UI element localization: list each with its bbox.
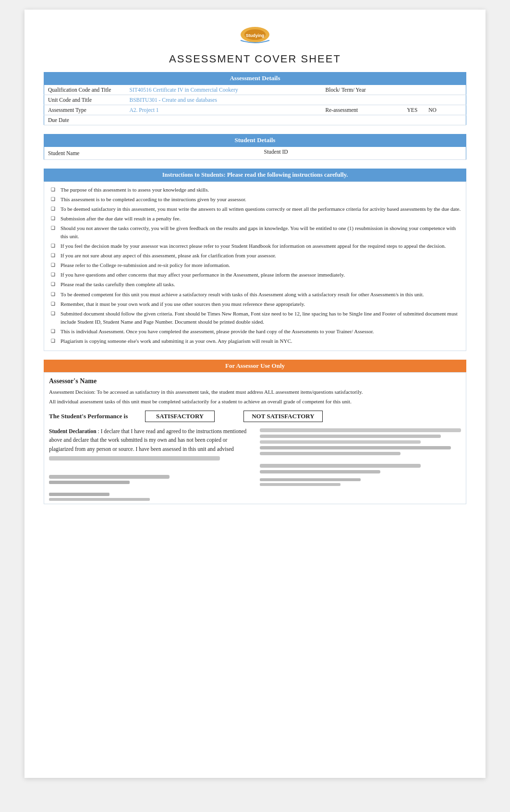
instruction-item-2: This assessment is to be completed accor… (49, 195, 461, 204)
student-row: Student Name Student ID (44, 147, 466, 160)
instructions-list: The purpose of this assessment is to ass… (49, 186, 461, 345)
assessment-details-table: Qualification Code and Title SIT40516 Ce… (44, 85, 466, 125)
instruction-item-10: Please read the tasks carefully then com… (49, 280, 461, 289)
instructions-header: Instructions to Students: Please read th… (44, 169, 466, 182)
assessment-type-row: Assessment Type A2. Project 1 Re-assessm… (44, 105, 466, 115)
instruction-item-13: Submitted document should follow the giv… (49, 310, 461, 326)
page-container: Studying ASSESSMENT COVER SHEET Assessme… (24, 10, 486, 778)
instruction-item-9: If you have questions and other concerns… (49, 271, 461, 279)
assessor-name-label: Assessor's Name (49, 377, 461, 385)
reassessment-label: Re-assessment (322, 105, 403, 115)
qualification-label: Qualification Code and Title (44, 85, 126, 95)
student-id-value (318, 147, 466, 160)
instruction-item-12: Remember, that it must be your own work … (49, 300, 461, 308)
student-name-value (164, 147, 260, 160)
assessor-signature-block (260, 464, 461, 486)
unit-label: Unit Code and Title (44, 95, 126, 105)
instruction-item-14: This is individual Assessment. Once you … (49, 327, 461, 336)
declaration-area: Student Declaration : I declare that I h… (49, 427, 461, 501)
declaration-continuation (49, 456, 250, 461)
student-name-label: Student Name (44, 147, 164, 160)
block-term-year-label: Block/ Term/ Year (322, 85, 403, 95)
assessment-type-label: Assessment Type (44, 105, 126, 115)
instruction-item-5: Should you not answer the tasks correctl… (49, 224, 461, 241)
yes-no-cell: YES NO (403, 105, 466, 115)
due-date-label: Due Date (44, 115, 126, 125)
instruction-item-11: To be deemed competent for this unit you… (49, 291, 461, 299)
instruction-item-15: Plagiarism is copying someone else's wor… (49, 337, 461, 345)
due-date-row: Due Date (44, 115, 466, 125)
empty-due-2 (403, 115, 466, 125)
qualification-row: Qualification Code and Title SIT40516 Ce… (44, 85, 466, 95)
declaration-text: Student Declaration : I declare that I h… (49, 427, 250, 453)
not-satisfactory-button[interactable]: NOT SATISFACTORY (243, 411, 322, 422)
yes-label: YES (407, 107, 418, 113)
unit-value: BSBITU301 - Create and use databases (126, 95, 322, 105)
svg-text:Studying: Studying (246, 33, 265, 38)
page-title: ASSESSMENT COVER SHEET (44, 53, 466, 65)
instruction-item-6: If you feel the decision made by your as… (49, 242, 461, 250)
instruction-item-8: Please refer to the College re-submissio… (49, 261, 461, 269)
instruction-item-3: To be deemed satisfactory in this assess… (49, 205, 461, 213)
unit-row: Unit Code and Title BSBITU301 - Create a… (44, 95, 466, 105)
signature-section-left (49, 475, 250, 501)
assessment-type-value: A2. Project 1 (126, 105, 322, 115)
student-details-header: Student Details (44, 134, 466, 146)
student-details-table: Student Name Student ID (44, 146, 466, 160)
instructions-body: The purpose of this assessment is to ass… (44, 182, 466, 351)
instruction-item-1: The purpose of this assessment is to ass… (49, 186, 461, 194)
block-term-year-value (403, 85, 466, 95)
satisfactory-button[interactable]: SATISFACTORY (145, 411, 215, 422)
decision-text-2: All individual assessment tasks of this … (49, 398, 461, 406)
performance-label: The Student's Performance is (49, 412, 145, 420)
logo: Studying (231, 24, 279, 48)
assessor-header: For Assessor Use Only (44, 360, 466, 372)
empty-cell-2 (403, 95, 466, 105)
logo-area: Studying (44, 24, 466, 48)
assessment-details-header: Assessment Details (44, 72, 466, 85)
instruction-item-4: Submission after the due date will resul… (49, 215, 461, 223)
assessor-body: Assessor's Name Assessment Decision: To … (44, 372, 466, 504)
decision-text-1: Assessment Decision: To be accessed as s… (49, 388, 461, 396)
no-label: NO (428, 107, 437, 113)
performance-row: The Student's Performance is SATISFACTOR… (49, 411, 461, 422)
declaration-bold: Student Declaration (49, 428, 97, 434)
due-date-value (126, 115, 322, 125)
empty-cell (322, 95, 403, 105)
declaration-left: Student Declaration : I declare that I h… (49, 427, 250, 501)
instruction-item-7: If you are not sure about any aspect of … (49, 252, 461, 260)
student-id-label: Student ID (260, 147, 318, 160)
declaration-right (260, 427, 461, 501)
empty-due (322, 115, 403, 125)
qualification-value: SIT40516 Certificate IV in Commercial Co… (126, 85, 322, 95)
